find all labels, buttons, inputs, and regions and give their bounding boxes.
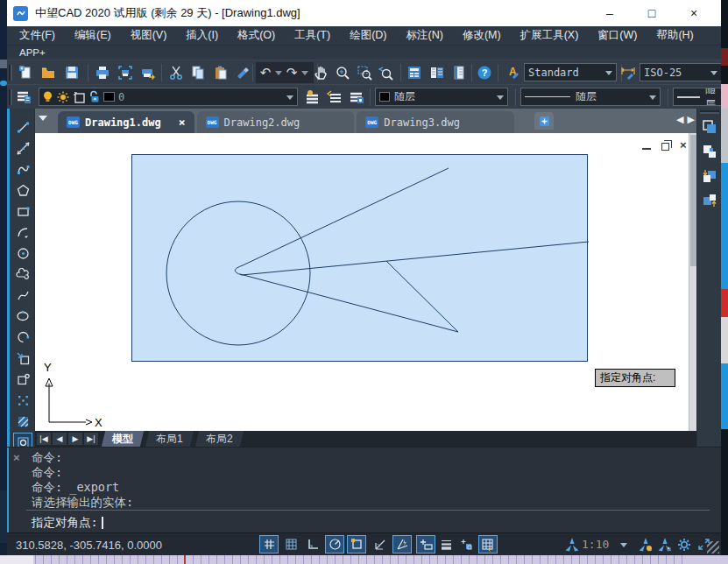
viewport-grid-toggle[interactable] bbox=[478, 535, 498, 553]
toolbar-grip[interactable] bbox=[700, 110, 719, 114]
send-under-object-icon[interactable] bbox=[700, 191, 719, 210]
annotation-scale-icon[interactable] bbox=[562, 535, 582, 553]
annotation-scale-value[interactable]: 1:10 bbox=[582, 538, 609, 551]
menu-file[interactable]: 文件(F) bbox=[19, 28, 55, 43]
arc-tool-icon[interactable] bbox=[13, 222, 32, 242]
ortho-mode-toggle[interactable] bbox=[303, 535, 322, 553]
menu-draw[interactable]: 绘图(D) bbox=[350, 28, 386, 43]
first-layout-icon[interactable]: |◀ bbox=[37, 433, 51, 445]
polygon-tool-icon[interactable] bbox=[13, 180, 32, 200]
maximize-button[interactable]: □ bbox=[644, 5, 660, 21]
menu-window[interactable]: 窗口(W) bbox=[597, 28, 637, 43]
plot-preview-icon[interactable] bbox=[116, 63, 135, 82]
new-layer-frame-icon[interactable] bbox=[73, 91, 85, 103]
paste-icon[interactable] bbox=[211, 63, 230, 82]
dynamic-input-toggle[interactable] bbox=[416, 535, 435, 553]
match-properties-icon[interactable] bbox=[233, 63, 252, 82]
tab-model[interactable]: 模型 bbox=[102, 431, 144, 447]
copy-icon[interactable] bbox=[188, 63, 208, 82]
lock-unlocked-icon[interactable] bbox=[88, 90, 100, 103]
layer-color-swatch[interactable] bbox=[103, 92, 115, 102]
doc-tab-drawing1[interactable]: DWG Drawing1.dwg × bbox=[58, 111, 194, 133]
layer-dropdown[interactable]: 0 bbox=[39, 88, 298, 106]
hatch-tool-icon[interactable] bbox=[13, 412, 32, 431]
dynamic-ucs-toggle[interactable] bbox=[392, 535, 412, 553]
properties-palette-icon[interactable] bbox=[405, 63, 424, 82]
next-layout-icon[interactable]: ▶ bbox=[68, 433, 82, 445]
make-object-layer-current-icon[interactable] bbox=[303, 88, 322, 107]
new-file-icon[interactable] bbox=[16, 63, 35, 82]
linetype-dropdown[interactable]: 随层 bbox=[520, 88, 661, 106]
menu-dimension[interactable]: 标注(N) bbox=[406, 28, 443, 43]
insert-block-tool-icon[interactable] bbox=[13, 349, 32, 368]
prev-layout-icon[interactable]: ◀ bbox=[53, 433, 67, 445]
command-close-icon[interactable]: × bbox=[13, 451, 20, 464]
polar-tracking-toggle[interactable] bbox=[325, 535, 344, 553]
undo-dropdown-icon[interactable] bbox=[275, 71, 282, 75]
plot-icon[interactable] bbox=[93, 63, 112, 82]
menu-edit[interactable]: 编辑(E) bbox=[74, 28, 111, 43]
toolbar-grip[interactable] bbox=[9, 89, 12, 105]
revision-cloud-tool-icon[interactable] bbox=[13, 264, 32, 284]
pan-icon[interactable] bbox=[312, 63, 331, 82]
open-file-icon[interactable] bbox=[39, 63, 58, 82]
tab-layout2[interactable]: 布局2 bbox=[194, 431, 243, 447]
tab-layout1[interactable]: 布局1 bbox=[145, 431, 194, 447]
cut-icon[interactable] bbox=[166, 63, 186, 82]
tool-palettes-icon[interactable] bbox=[449, 63, 469, 82]
zoom-realtime-icon[interactable] bbox=[333, 63, 352, 82]
tab-scroll-left-icon[interactable]: ◀ bbox=[676, 114, 683, 125]
ellipse-arc-tool-icon[interactable] bbox=[13, 328, 32, 347]
layer-previous-icon[interactable] bbox=[325, 88, 344, 107]
title-bar[interactable]: 中望CAD 2020 试用版 (剩余 29 天) - [Drawing1.dwg… bbox=[7, 0, 721, 26]
scale-dropdown-icon[interactable] bbox=[620, 543, 627, 547]
command-line-panel[interactable]: × 命令: 命令: 命令: _export 请选择输出的实体: 指定对角点: bbox=[7, 447, 721, 532]
last-layout-icon[interactable]: ▶| bbox=[84, 433, 98, 445]
doc-tab-drawing2[interactable]: DWG Drawing2.dwg bbox=[197, 111, 355, 133]
doc-tab-drawing3[interactable]: DWG Drawing3.dwg bbox=[357, 111, 514, 133]
ellipse-tool-icon[interactable] bbox=[13, 307, 32, 326]
menu-tools[interactable]: 工具(T) bbox=[294, 28, 330, 43]
layer-properties-manager-icon[interactable] bbox=[14, 88, 33, 107]
construction-line-tool-icon[interactable] bbox=[13, 138, 32, 158]
object-snap-tracking-toggle[interactable] bbox=[371, 535, 390, 553]
scrollbar-thumb[interactable] bbox=[690, 135, 696, 266]
save-icon[interactable] bbox=[62, 63, 81, 82]
redo-dropdown-icon[interactable] bbox=[301, 71, 308, 75]
text-style-dropdown[interactable]: Standard bbox=[524, 63, 617, 81]
menu-view[interactable]: 视图(V) bbox=[131, 28, 167, 43]
minimize-button[interactable]: – bbox=[602, 5, 618, 21]
plot-to-file-icon[interactable] bbox=[138, 63, 158, 82]
show-lineweight-toggle[interactable] bbox=[436, 535, 456, 553]
mdi-close-icon[interactable]: × bbox=[680, 140, 689, 151]
color-dropdown[interactable]: 随层 bbox=[375, 88, 508, 106]
layer-states-icon[interactable] bbox=[347, 88, 366, 107]
spline-tool-icon[interactable] bbox=[13, 286, 32, 305]
sun-thaw-icon[interactable] bbox=[57, 91, 69, 103]
bulb-on-icon[interactable] bbox=[42, 90, 53, 103]
help-icon[interactable]: ? bbox=[475, 63, 494, 82]
toolbar-grip[interactable] bbox=[9, 65, 12, 81]
menu-modify[interactable]: 修改(M) bbox=[463, 28, 501, 43]
quick-properties-toggle[interactable] bbox=[456, 535, 476, 553]
rectangle-tool-icon[interactable] bbox=[13, 201, 32, 221]
make-block-tool-icon[interactable] bbox=[13, 370, 32, 389]
point-tool-icon[interactable] bbox=[13, 391, 32, 410]
drawing-canvas[interactable]: Y X × bbox=[35, 133, 689, 431]
send-to-back-icon[interactable] bbox=[700, 142, 719, 161]
app-plus-label[interactable]: APP+ bbox=[19, 47, 46, 58]
dim-style-dropdown[interactable]: ISO-25 bbox=[640, 63, 721, 81]
bring-to-front-icon[interactable] bbox=[700, 117, 719, 137]
bring-above-object-icon[interactable] bbox=[700, 166, 719, 186]
menu-help[interactable]: 帮助(H) bbox=[656, 28, 693, 43]
polyline-tool-icon[interactable] bbox=[13, 159, 32, 179]
zoom-window-icon[interactable] bbox=[355, 63, 374, 82]
lineweight-dropdown[interactable]: 随层 bbox=[673, 88, 721, 106]
menu-express-tools[interactable]: 扩展工具(X) bbox=[520, 28, 579, 43]
menu-format[interactable]: 格式(O) bbox=[237, 28, 275, 43]
line-tool-icon[interactable] bbox=[13, 117, 32, 137]
tab-scroll-right-icon[interactable]: ▶ bbox=[688, 114, 695, 125]
object-snap-toggle[interactable] bbox=[347, 535, 366, 553]
redo-icon[interactable]: ↷ bbox=[282, 65, 301, 81]
settings-gear-icon[interactable] bbox=[675, 535, 694, 553]
